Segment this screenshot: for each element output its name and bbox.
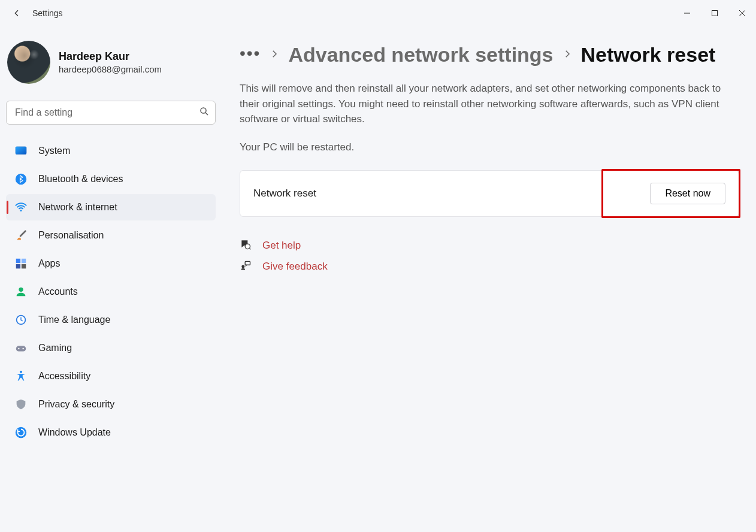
- svg-rect-0: [712, 11, 718, 16]
- give-feedback-link[interactable]: Give feedback: [262, 261, 328, 273]
- svg-point-19: [241, 265, 244, 268]
- profile-name: Hardeep Kaur: [59, 50, 162, 63]
- chevron-right-icon: [562, 49, 573, 62]
- nav: System Bluetooth & devices Network & int…: [6, 138, 216, 446]
- sidebar-item-label: Privacy & security: [38, 399, 114, 410]
- search-wrap: [6, 101, 216, 125]
- breadcrumb-link-advanced[interactable]: Advanced network settings: [288, 43, 553, 66]
- sidebar-item-apps[interactable]: Apps: [6, 250, 216, 277]
- svg-point-18: [245, 244, 250, 249]
- svg-point-14: [18, 348, 19, 349]
- accounts-icon: [14, 285, 28, 298]
- main: ••• Advanced network settings Network re…: [222, 26, 756, 532]
- sidebar-item-accessibility[interactable]: Accessibility: [6, 363, 216, 389]
- svg-rect-9: [22, 264, 26, 268]
- sidebar-item-gaming[interactable]: Gaming: [6, 335, 216, 361]
- sidebar-item-label: Network & internet: [38, 202, 117, 213]
- give-feedback-row: Give feedback: [240, 259, 739, 274]
- svg-rect-3: [16, 147, 26, 155]
- page-title: Network reset: [581, 43, 716, 66]
- search-icon: [199, 106, 210, 119]
- window-controls: [673, 4, 756, 23]
- search-input[interactable]: [6, 101, 216, 125]
- profile-email: hardeep0688@gmail.com: [59, 64, 162, 74]
- sidebar-item-label: Apps: [38, 258, 60, 269]
- clock-icon: [14, 313, 28, 327]
- chevron-right-icon: [269, 49, 280, 62]
- breadcrumb-overflow-button[interactable]: •••: [240, 45, 261, 65]
- svg-rect-20: [245, 261, 250, 265]
- profile-block[interactable]: Hardeep Kaur hardeep0688@gmail.com: [6, 41, 216, 84]
- svg-point-15: [22, 348, 23, 349]
- back-button[interactable]: [5, 1, 29, 25]
- get-help-link[interactable]: Get help: [262, 240, 301, 252]
- system-icon: [14, 144, 28, 158]
- sidebar-item-label: Accounts: [38, 286, 78, 297]
- help-icon: [240, 238, 252, 253]
- svg-rect-6: [16, 259, 20, 263]
- restart-note: Your PC will be restarted.: [240, 141, 739, 153]
- sidebar-item-label: Accessibility: [38, 371, 90, 382]
- wifi-icon: [14, 201, 28, 214]
- sidebar-item-label: Windows Update: [38, 427, 111, 438]
- gaming-icon: [14, 341, 28, 355]
- svg-rect-8: [16, 264, 20, 268]
- description-text: This will remove and then reinstall all …: [240, 81, 739, 127]
- network-reset-card: Network reset Reset now: [240, 170, 739, 217]
- get-help-row: Get help: [240, 238, 739, 253]
- sidebar-item-label: Bluetooth & devices: [38, 174, 123, 185]
- sidebar-item-network[interactable]: Network & internet: [6, 194, 216, 220]
- breadcrumb: ••• Advanced network settings Network re…: [240, 43, 739, 66]
- sidebar-item-system[interactable]: System: [6, 138, 216, 164]
- sidebar-item-label: Gaming: [38, 343, 72, 353]
- svg-rect-7: [22, 259, 26, 263]
- card-title: Network reset: [253, 188, 316, 200]
- sidebar-item-label: System: [38, 146, 70, 156]
- svg-point-16: [20, 371, 22, 373]
- svg-point-5: [20, 210, 22, 211]
- sidebar-item-privacy[interactable]: Privacy & security: [6, 391, 216, 418]
- brush-icon: [14, 229, 28, 242]
- close-button[interactable]: [728, 4, 756, 23]
- sidebar-item-personalisation[interactable]: Personalisation: [6, 222, 216, 249]
- update-icon: [14, 426, 28, 439]
- avatar: [7, 41, 50, 84]
- sidebar-item-bluetooth[interactable]: Bluetooth & devices: [6, 166, 216, 192]
- shield-icon: [14, 398, 28, 411]
- sidebar-item-label: Personalisation: [38, 230, 104, 241]
- svg-point-10: [19, 288, 23, 292]
- sidebar: Hardeep Kaur hardeep0688@gmail.com Syste…: [0, 26, 222, 532]
- accessibility-icon: [14, 370, 28, 383]
- sidebar-item-update[interactable]: Windows Update: [6, 419, 216, 446]
- app-title: Settings: [32, 8, 63, 18]
- sidebar-item-accounts[interactable]: Accounts: [6, 279, 216, 305]
- bluetooth-icon: [14, 173, 28, 186]
- svg-rect-13: [16, 346, 26, 351]
- reset-now-button[interactable]: Reset now: [650, 183, 725, 204]
- svg-point-1: [201, 108, 206, 113]
- feedback-icon: [240, 259, 252, 274]
- sidebar-item-time[interactable]: Time & language: [6, 307, 216, 333]
- minimize-button[interactable]: [673, 4, 701, 23]
- sidebar-item-label: Time & language: [38, 315, 110, 325]
- maximize-button[interactable]: [701, 4, 728, 23]
- apps-icon: [14, 257, 28, 270]
- titlebar: Settings: [0, 0, 756, 26]
